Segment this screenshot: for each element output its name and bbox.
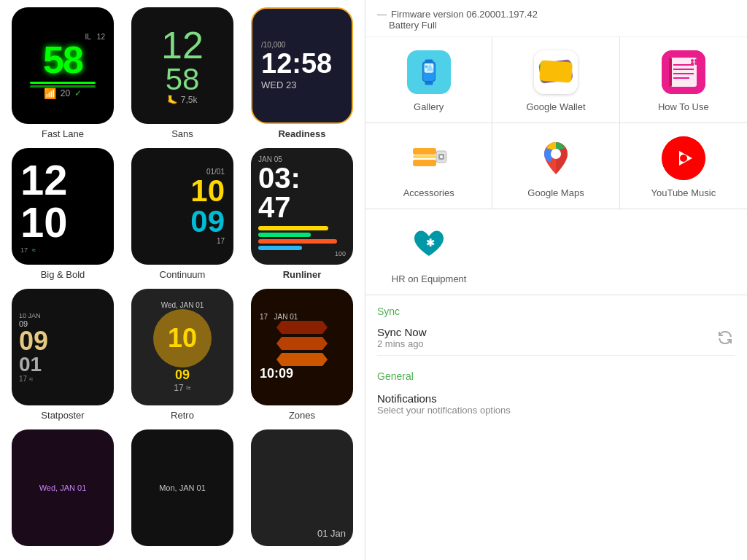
app-cell-youtube-music[interactable]: YouTube Music [620,123,747,209]
watch-face-item[interactable]: Mon, JAN 01 [127,429,238,551]
svg-rect-26 [413,160,436,166]
watch-face-preview: 01/01 10 09 17 [131,148,233,265]
svg-rect-18 [669,58,672,87]
sync-now-label: Sync Now [377,326,427,338]
how-to-use-icon [662,50,705,94]
watch-face-label: Runliner [283,269,322,280]
watch-face-preview: 10 JAN 09 09 01 17 ≈ [12,289,114,405]
svg-point-29 [440,155,443,158]
app-cell-how-to-use[interactable]: How To Use [620,37,747,123]
watch-face-item[interactable]: JAN 05 03:47 100 Runliner [247,148,357,280]
sync-time: 2 mins ago [377,338,427,349]
svg-rect-25 [413,155,436,158]
app-label-hr-equipment: HR on Equipment [392,273,467,284]
svg-rect-13 [670,58,697,87]
apps-grid: Gallery Google Wallet [365,37,747,295]
watch-face-preview: Mon, JAN 01 [131,429,233,546]
notifications-row[interactable]: Notifications Select your notifications … [377,388,735,420]
sync-section-title: Sync [377,306,735,317]
watch-face-preview: 01 Jan [251,429,353,546]
watch-face-item[interactable]: 12 10 17 ≈ Big & Bold [7,148,118,280]
general-section-title: General [377,370,735,382]
sync-row: Sync Now 2 mins ago [377,323,735,356]
watch-face-item[interactable]: Wed, JAN 01 [7,429,118,551]
app-label-google-maps: Google Maps [527,187,584,198]
firmware-text: Firmware version 06.20001.197.42 [391,9,538,20]
svg-point-31 [551,149,561,159]
gallery-icon [407,50,451,94]
sync-refresh-button[interactable] [715,327,735,348]
battery-line: Battery Full [389,20,735,31]
general-section: General Notifications Select your notifi… [365,360,747,424]
app-cell-google-maps[interactable]: Google Maps [492,123,619,209]
youtube-music-icon [662,136,705,180]
svg-text:✱: ✱ [426,237,435,249]
app-cell-hr-equipment[interactable]: ✱ HR on Equipment [365,209,492,295]
watch-face-preview: Wed, JAN 01 [12,429,114,546]
svg-rect-24 [413,148,436,155]
sync-info: Sync Now 2 mins ago [377,326,427,349]
watch-face-label: Sans [171,128,193,139]
svg-rect-6 [425,82,433,85]
watch-face-label: Retro [171,410,194,421]
watch-face-preview: JAN 05 03:47 100 [251,148,353,265]
app-label-gallery: Gallery [414,101,444,112]
watch-face-preview: /10,000 12:58 WED 23 [251,7,353,124]
watch-face-label: Continuum [160,269,206,280]
watch-face-preview: Wed, JAN 01 10 09 17 ≈ [131,289,233,405]
watch-face-item[interactable]: IL 12 58 📶 20 ✓ Fast Lane [7,7,118,139]
accessories-icon [407,136,451,180]
watch-face-item[interactable]: Wed, JAN 01 10 09 17 ≈ Retro [127,289,238,421]
svg-point-20 [694,59,697,62]
app-cell-google-wallet[interactable]: Google Wallet [492,37,619,123]
status-bar: — Firmware version 06.20001.197.42 Batte… [365,0,747,37]
app-label-how-to-use: How To Use [658,101,709,112]
right-panel: — Firmware version 06.20001.197.42 Batte… [365,0,747,560]
watch-face-label: Fast Lane [42,128,84,139]
google-maps-icon [534,136,578,180]
watch-face-label: Zones [289,410,315,421]
watch-face-item[interactable]: 01 Jan [247,429,357,551]
watch-face-label: Statposter [41,410,84,421]
watch-face-preview: 12 10 17 ≈ [12,148,114,265]
hr-icon: ✱ [407,222,451,266]
watch-face-item[interactable]: /10,000 12:58 WED 23 Readiness [247,7,357,139]
app-cell-gallery[interactable]: Gallery [365,37,492,123]
svg-rect-5 [425,60,433,63]
svg-point-34 [680,155,687,162]
svg-point-22 [694,62,697,65]
sync-section: Sync Sync Now 2 mins ago [365,295,747,360]
app-label-google-wallet: Google Wallet [526,101,585,112]
watch-face-preview: 17 JAN 01 10:09 [251,289,353,405]
watch-face-item[interactable]: 12 58 🦶 7,5k Sans [127,7,238,139]
watch-face-item[interactable]: 01/01 10 09 17 Continuum [127,148,238,280]
svg-point-21 [691,62,694,65]
svg-point-3 [425,65,427,68]
svg-point-19 [691,59,694,62]
notifications-sublabel: Select your notifications options [377,405,735,416]
watch-face-preview: IL 12 58 📶 20 ✓ [12,7,114,124]
watch-face-label: Readiness [278,128,325,139]
watch-face-label: Big & Bold [41,269,85,280]
firmware-line: — Firmware version 06.20001.197.42 [377,9,735,20]
notifications-label: Notifications [377,392,735,405]
watch-face-preview: 12 58 🦶 7,5k [131,7,233,124]
google-wallet-icon [534,50,578,94]
app-label-youtube-music: YouTube Music [651,187,716,198]
watch-face-item[interactable]: 10 JAN 09 09 01 17 ≈ Statposter [7,289,118,421]
svg-rect-11 [539,61,573,83]
app-label-accessories: Accessories [403,187,454,198]
app-cell-accessories[interactable]: Accessories [365,123,492,209]
watch-faces-panel: IL 12 58 📶 20 ✓ Fast Lane 12 58 🦶 7,5k S… [0,0,365,560]
watch-face-item[interactable]: 17 JAN 01 10:09 Zones [247,289,357,421]
